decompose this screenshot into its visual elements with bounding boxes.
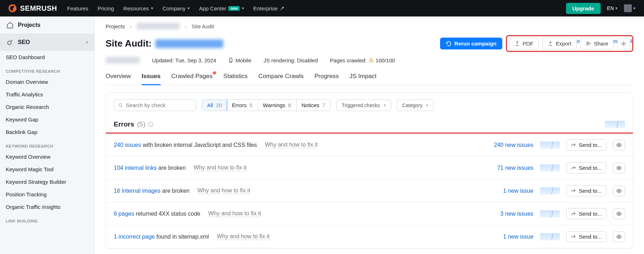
device-info: Mobile bbox=[228, 57, 251, 63]
export-button[interactable]: Export bbox=[542, 38, 577, 49]
pages-crawled-info: Pages crawled: ⚠ 100/100 bbox=[330, 57, 395, 63]
sidebar-keyword-overview[interactable]: Keyword Overview bbox=[0, 150, 94, 163]
page-title: Site Audit: bbox=[106, 38, 152, 49]
new-issues-link[interactable]: 1 new issue bbox=[503, 234, 533, 240]
how-to-fix-link[interactable]: Why and how to fix it bbox=[194, 164, 247, 171]
new-issues-link[interactable]: 1 new issue bbox=[503, 188, 533, 194]
how-to-fix-link[interactable]: Why and how to fix it bbox=[197, 187, 250, 194]
nav-enterprise[interactable]: Enterprise↗ bbox=[253, 5, 284, 11]
issue-link[interactable]: 1 incorrect page bbox=[114, 234, 155, 240]
brand-text: SEMRUSH bbox=[20, 4, 57, 13]
segment-errors[interactable]: Errors5 bbox=[227, 100, 258, 111]
issue-row: 104 internal links are broken Why and ho… bbox=[106, 157, 633, 179]
issue-row: 1 incorrect page found in sitemap.xml Wh… bbox=[106, 225, 633, 248]
nav-resources[interactable]: Resources▾ bbox=[123, 5, 153, 11]
nav-app-center[interactable]: App Centernew▾ bbox=[199, 5, 244, 11]
search-input[interactable] bbox=[114, 99, 196, 111]
search-icon bbox=[118, 103, 123, 108]
sidebar-seo[interactable]: SEO ▾ bbox=[0, 34, 94, 51]
issue-row: 16 internal images are broken Why and ho… bbox=[106, 179, 633, 202]
new-issues-link[interactable]: 240 new issues bbox=[494, 142, 533, 148]
triggered-checks-dropdown[interactable]: Triggered checks▾ bbox=[336, 100, 391, 111]
eye-icon bbox=[616, 211, 622, 217]
sidebar-backlink-gap[interactable]: Backlink Gap bbox=[0, 126, 94, 138]
nav-features[interactable]: Features bbox=[67, 5, 88, 11]
tab-crawled-pages[interactable]: Crawled Pages bbox=[171, 73, 213, 85]
settings-button[interactable] bbox=[617, 38, 630, 49]
sidebar-domain-overview[interactable]: Domain Overview bbox=[0, 76, 94, 88]
sidebar-organic-traffic-insights[interactable]: Organic Traffic Insights bbox=[0, 201, 94, 213]
svg-point-1 bbox=[587, 42, 589, 44]
segment-warnings[interactable]: Warnings8 bbox=[258, 100, 297, 111]
segment-notices[interactable]: Notices7 bbox=[297, 100, 330, 111]
how-to-fix-link[interactable]: Why and how to fix it bbox=[217, 233, 270, 240]
pdf-button[interactable]: PDF bbox=[509, 38, 539, 49]
issue-link[interactable]: 104 internal links bbox=[114, 165, 157, 171]
hide-button[interactable] bbox=[613, 140, 625, 150]
rerun-campaign-button[interactable]: Rerun campaign bbox=[440, 38, 502, 49]
tab-js-impact[interactable]: JS Impact bbox=[350, 73, 377, 85]
language-selector[interactable]: EN▾ bbox=[607, 5, 618, 11]
share-arrow-icon bbox=[571, 166, 576, 171]
how-to-fix-link[interactable]: Why and how to fix it bbox=[208, 210, 261, 217]
nav-company[interactable]: Company▾ bbox=[162, 5, 190, 11]
send-to-button[interactable]: Send to... bbox=[566, 162, 606, 173]
tab-compare-crawls[interactable]: Compare Crawls bbox=[258, 73, 304, 85]
issue-link[interactable]: 6 pages bbox=[114, 211, 134, 217]
sidebar-position-tracking[interactable]: Position Tracking bbox=[0, 188, 94, 201]
tabs: Overview Issues Crawled Pages Statistics… bbox=[106, 73, 633, 85]
search-field[interactable] bbox=[126, 102, 191, 108]
hide-button[interactable] bbox=[613, 163, 625, 173]
sidebar-traffic-analytics[interactable]: Traffic Analytics bbox=[0, 88, 94, 101]
sidebar-keyword-gap[interactable]: Keyword Gap bbox=[0, 113, 94, 126]
sidebar-header-link-building: LINK BUILDING bbox=[0, 213, 94, 225]
tab-issues[interactable]: Issues bbox=[142, 73, 161, 85]
sparkline bbox=[605, 121, 625, 128]
meta-info: Updated: Tue, Sep 3, 2024 Mobile JS rend… bbox=[106, 57, 633, 63]
info-icon[interactable] bbox=[148, 122, 153, 127]
sidebar-keyword-magic[interactable]: Keyword Magic Tool bbox=[0, 163, 94, 176]
send-to-button[interactable]: Send to... bbox=[566, 208, 606, 219]
svg-point-4 bbox=[231, 61, 231, 62]
sidebar-seo-dashboard[interactable]: SEO Dashboard bbox=[0, 51, 94, 63]
svg-point-7 bbox=[618, 144, 620, 146]
breadcrumb-projects[interactable]: Projects bbox=[106, 23, 125, 29]
hide-button[interactable] bbox=[613, 231, 625, 242]
page-title-domain bbox=[155, 39, 223, 48]
upgrade-button[interactable]: Upgrade bbox=[566, 3, 601, 14]
top-nav-links: Features Pricing Resources▾ Company▾ App… bbox=[67, 5, 566, 11]
breadcrumb-project-name[interactable] bbox=[137, 23, 180, 29]
share-button[interactable]: Share bbox=[580, 38, 614, 49]
new-issues-link[interactable]: 71 new issues bbox=[497, 165, 533, 171]
svg-point-2 bbox=[623, 43, 624, 44]
issue-desc: with broken internal JavaScript and CSS … bbox=[143, 142, 257, 148]
eye-icon bbox=[616, 188, 622, 194]
issue-link[interactable]: 240 issues bbox=[114, 142, 141, 148]
hide-button[interactable] bbox=[613, 186, 625, 196]
brand-logo[interactable]: SEMRUSH bbox=[9, 4, 57, 13]
send-to-button[interactable]: Send to... bbox=[566, 185, 606, 196]
segment-all[interactable]: All20 bbox=[202, 99, 227, 111]
new-issues-link[interactable]: 3 new issues bbox=[500, 211, 533, 217]
sparkline bbox=[540, 142, 560, 149]
target-icon bbox=[6, 39, 14, 46]
tab-statistics[interactable]: Statistics bbox=[223, 73, 248, 85]
send-to-button[interactable]: Send to... bbox=[566, 139, 606, 150]
category-dropdown[interactable]: Category▾ bbox=[397, 100, 434, 111]
issue-desc: are broken bbox=[162, 188, 190, 194]
sidebar-keyword-strategy[interactable]: Keyword Strategy Builder bbox=[0, 176, 94, 188]
nav-pricing[interactable]: Pricing bbox=[98, 5, 114, 11]
upload-icon bbox=[548, 41, 553, 46]
send-to-button[interactable]: Send to... bbox=[566, 231, 606, 242]
hide-button[interactable] bbox=[613, 209, 625, 219]
sidebar-organic-research[interactable]: Organic Research bbox=[0, 101, 94, 113]
tab-overview[interactable]: Overview bbox=[106, 73, 131, 85]
user-menu[interactable]: ▾ bbox=[624, 4, 635, 12]
topbar-right: Upgrade EN▾ ▾ bbox=[566, 3, 635, 14]
issue-link[interactable]: 16 internal images bbox=[114, 188, 161, 194]
breadcrumb: Projects › › Site Audit bbox=[106, 23, 633, 29]
share-arrow-icon bbox=[571, 211, 576, 216]
tab-progress[interactable]: Progress bbox=[314, 73, 339, 85]
how-to-fix-link[interactable]: Why and how to fix it bbox=[265, 142, 318, 148]
sidebar-projects[interactable]: Projects bbox=[0, 16, 94, 34]
